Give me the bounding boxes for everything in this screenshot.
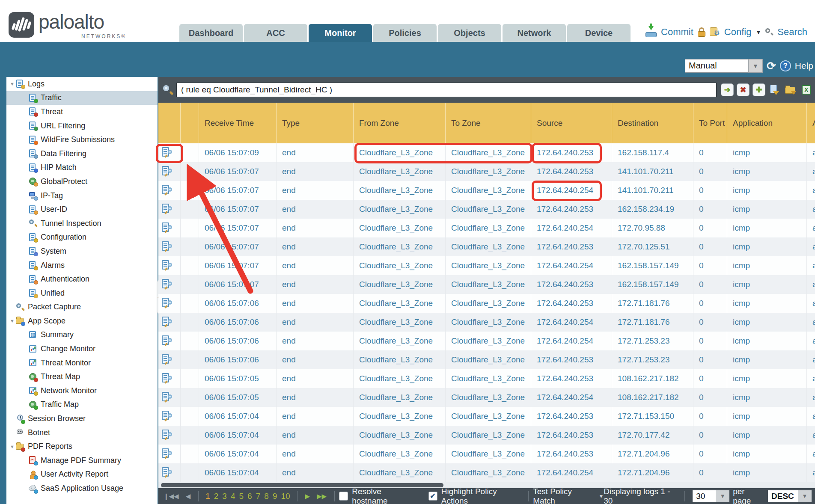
cell-from-zone[interactable]: Cloudflare_L3_Zone: [353, 237, 445, 256]
cell-application[interactable]: icmp: [727, 162, 806, 181]
cell-to-zone[interactable]: Cloudflare_L3_Zone: [445, 294, 531, 313]
next-page-button[interactable]: ▶: [305, 492, 310, 500]
cell-source[interactable]: 172.64.240.253: [531, 237, 612, 256]
cell-to-zone[interactable]: Cloudflare_L3_Zone: [445, 200, 531, 219]
column-header-from-zone[interactable]: From Zone: [353, 103, 445, 143]
cell-source[interactable]: 172.64.240.253: [531, 294, 612, 313]
sidebar-item-data-filtering[interactable]: Data Filtering: [6, 147, 158, 161]
cell-application[interactable]: icmp: [727, 369, 806, 388]
highlight-policy-actions-checkbox[interactable]: [428, 492, 437, 501]
cell-destination[interactable]: 172.71.204.96: [612, 463, 693, 482]
page-number-2[interactable]: 2: [214, 492, 219, 501]
config-caret-icon[interactable]: ▼: [756, 29, 761, 36]
sidebar-item-authentication[interactable]: Authentication: [6, 272, 158, 286]
log-detail-icon[interactable]: [162, 222, 172, 234]
cell-source[interactable]: 172.64.240.254: [531, 388, 612, 407]
cell-source[interactable]: 172.64.240.253: [531, 426, 612, 445]
add-filter-button[interactable]: ✚: [753, 83, 765, 96]
page-number-10[interactable]: 10: [281, 492, 290, 501]
last-page-button[interactable]: ▶▶: [317, 492, 327, 500]
table-row[interactable]: 06/06 15:07:07endCloudflare_L3_ZoneCloud…: [158, 219, 815, 237]
sort-order-dropdown-button[interactable]: ▼: [798, 490, 812, 502]
cell-to-zone[interactable]: Cloudflare_L3_Zone: [445, 332, 531, 350]
sidebar-item-system[interactable]: System: [6, 244, 158, 258]
log-detail-icon[interactable]: [162, 298, 172, 309]
load-filter-button[interactable]: [784, 83, 797, 96]
cell-from-zone[interactable]: Cloudflare_L3_Zone: [353, 181, 445, 200]
cell-source[interactable]: 172.64.240.253: [531, 350, 612, 369]
per-page-dropdown-button[interactable]: ▼: [716, 490, 729, 502]
tab-monitor[interactable]: Monitor: [309, 24, 372, 42]
clear-filter-button[interactable]: ✖: [737, 83, 750, 96]
cell-application[interactable]: icmp: [727, 407, 806, 426]
sidebar-item-threat[interactable]: Threat: [6, 105, 158, 119]
cell-application[interactable]: icmp: [727, 332, 806, 350]
cell-application[interactable]: icmp: [727, 275, 806, 294]
table-row[interactable]: 06/06 15:07:07endCloudflare_L3_ZoneCloud…: [158, 181, 815, 200]
log-detail-icon[interactable]: [162, 411, 172, 422]
cell-destination[interactable]: 141.101.70.211: [612, 162, 693, 181]
sidebar-item-hip-match[interactable]: HIP Match: [6, 161, 158, 175]
cell-to-zone[interactable]: Cloudflare_L3_Zone: [445, 426, 531, 445]
log-detail-icon[interactable]: [162, 335, 172, 347]
column-header-to-port[interactable]: To Port: [693, 103, 727, 143]
test-policy-match-dropdown[interactable]: Test Policy Match▼: [533, 487, 604, 504]
sidebar-item-configuration[interactable]: Configuration: [6, 231, 158, 245]
page-number-4[interactable]: 4: [231, 492, 235, 501]
cell-application[interactable]: icmp: [727, 350, 806, 369]
table-row[interactable]: 06/06 15:07:06endCloudflare_L3_ZoneCloud…: [158, 294, 815, 313]
column-header-source[interactable]: Source: [531, 103, 612, 143]
sidebar-item-user-activity-report[interactable]: User Activity Report: [6, 468, 158, 482]
cell-to-zone[interactable]: Cloudflare_L3_Zone: [445, 237, 531, 256]
cell-application[interactable]: icmp: [727, 445, 806, 463]
cell-from-zone[interactable]: Cloudflare_L3_Zone: [353, 426, 445, 445]
commit-button[interactable]: Commit: [661, 27, 693, 38]
cell-from-zone[interactable]: Cloudflare_L3_Zone: [353, 219, 445, 237]
cell-destination[interactable]: 172.70.125.51: [612, 237, 693, 256]
sidebar-item-globalprotect[interactable]: GlobalProtect: [6, 175, 158, 189]
column-header-type[interactable]: Type: [276, 103, 353, 143]
table-row[interactable]: 06/06 15:07:04endCloudflare_L3_ZoneCloud…: [158, 407, 815, 426]
cell-application[interactable]: icmp: [727, 181, 806, 200]
cell-application[interactable]: icmp: [727, 313, 806, 332]
expand-triangle-icon[interactable]: ▼: [10, 318, 16, 323]
cell-to-zone[interactable]: Cloudflare_L3_Zone: [445, 369, 531, 388]
cell-to-zone[interactable]: Cloudflare_L3_Zone: [445, 256, 531, 275]
log-detail-icon[interactable]: [162, 467, 172, 478]
config-button[interactable]: Config: [724, 27, 752, 38]
column-header-application[interactable]: Application: [727, 103, 806, 143]
sidebar-item-session-browser[interactable]: Session Browser: [6, 412, 158, 426]
cell-application[interactable]: icmp: [727, 237, 806, 256]
cell-destination[interactable]: 172.71.181.76: [612, 294, 693, 313]
table-row[interactable]: 06/06 15:07:06endCloudflare_L3_ZoneCloud…: [158, 332, 815, 350]
page-number-7[interactable]: 7: [256, 492, 261, 501]
filter-query-input[interactable]: [176, 83, 717, 97]
cell-source[interactable]: 172.64.240.253: [531, 445, 612, 463]
column-header-receive-time[interactable]: Receive Time: [199, 103, 276, 143]
tab-acc[interactable]: ACC: [244, 24, 307, 42]
save-filter-button[interactable]: [768, 83, 781, 96]
cell-application[interactable]: icmp: [727, 200, 806, 219]
cell-from-zone[interactable]: Cloudflare_L3_Zone: [353, 313, 445, 332]
log-detail-icon[interactable]: [162, 392, 172, 403]
table-row[interactable]: 06/06 15:07:07endCloudflare_L3_ZoneCloud…: [158, 162, 815, 181]
tab-device[interactable]: Device: [567, 24, 631, 42]
cell-to-zone[interactable]: Cloudflare_L3_Zone: [445, 407, 531, 426]
cell-from-zone[interactable]: Cloudflare_L3_Zone: [353, 463, 445, 482]
cell-destination[interactable]: 108.162.217.182: [612, 388, 693, 407]
log-detail-icon[interactable]: [162, 354, 172, 365]
table-row[interactable]: 06/06 15:07:06endCloudflare_L3_ZoneCloud…: [158, 350, 815, 369]
cell-destination[interactable]: 172.71.253.23: [612, 332, 693, 350]
cell-destination[interactable]: 162.158.117.4: [612, 143, 693, 162]
cell-application[interactable]: icmp: [727, 294, 806, 313]
log-detail-icon[interactable]: [162, 241, 172, 252]
log-detail-icon[interactable]: [162, 147, 172, 158]
sidebar-item-app-scope[interactable]: ▼App Scope: [6, 314, 158, 328]
log-detail-icon[interactable]: [162, 260, 172, 271]
column-header-to-zone[interactable]: To Zone: [445, 103, 531, 143]
sidebar-item-network-monitor[interactable]: Network Monitor: [6, 384, 158, 398]
table-row[interactable]: 06/06 15:07:07endCloudflare_L3_ZoneCloud…: [158, 200, 815, 219]
cell-from-zone[interactable]: Cloudflare_L3_Zone: [353, 143, 445, 162]
sidebar-item-pdf-reports[interactable]: ▼PDF Reports: [6, 439, 158, 454]
table-row[interactable]: 06/06 15:07:09endCloudflare_L3_ZoneCloud…: [158, 143, 815, 162]
